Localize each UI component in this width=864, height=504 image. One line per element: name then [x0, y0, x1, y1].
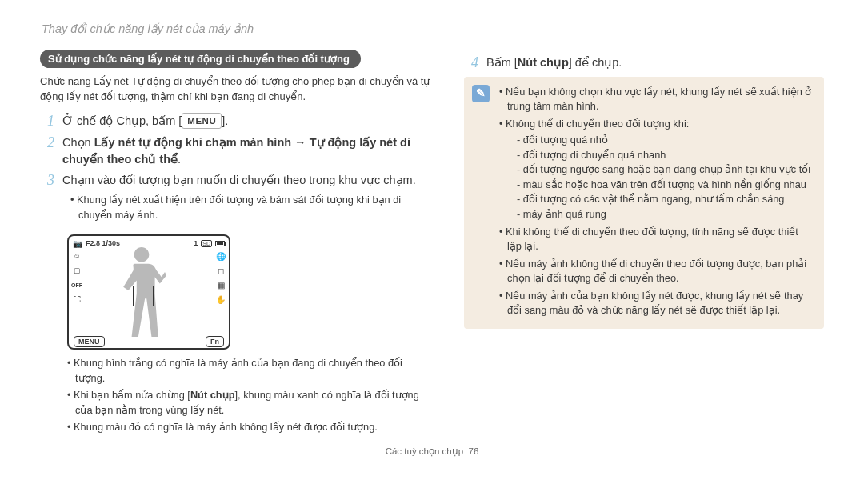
fn-softkey: Fn: [206, 336, 224, 347]
note-panel: ✎ Nếu bạn không chọn khu vực lấy nét, kh…: [464, 77, 824, 329]
step2-arrow: →: [291, 136, 310, 149]
note-subitem: màu sắc hoặc hoa văn trên đối tượng và h…: [517, 178, 813, 193]
step2-post: .: [178, 153, 181, 166]
step2-pre: Chọn: [62, 136, 94, 149]
after-bullet-1: Khung hình trắng có nghĩa là máy ảnh của…: [67, 356, 430, 386]
page-title: Thay đổi chức năng lấy nét của máy ảnh: [40, 22, 824, 35]
af-bracket-icon: ⛶: [71, 294, 82, 305]
step1-post: ].: [222, 114, 228, 127]
intro-text: Chức năng Lấy nét Tự động di chuyển theo…: [40, 74, 430, 105]
note-item: Nếu máy ảnh của bạn không lấy nét được, …: [499, 289, 813, 318]
menu-softkey: MENU: [74, 336, 105, 347]
step-number: 2: [40, 134, 54, 167]
step1-pre: Ở chế độ Chụp, bấm [: [62, 114, 182, 127]
sd-icon: SD: [201, 240, 212, 247]
note-subitem: đối tượng ngược sáng hoặc bạn đang chụp …: [517, 162, 813, 178]
note-subitem: máy ảnh quá rung: [517, 207, 813, 222]
section-heading: Sử dụng chức năng lấy nét tự động di chu…: [40, 50, 361, 68]
note-icon: ✎: [472, 85, 490, 102]
globe-icon: 🌐: [215, 250, 226, 262]
step-2: 2 Chọn Lấy nét tự động khi chạm màn hình…: [40, 134, 430, 167]
step3-text: Chạm vào đối tượng bạn muốn di chuyển th…: [62, 174, 416, 186]
step-number: 4: [464, 54, 478, 72]
hand-icon: ✋: [215, 294, 226, 305]
step-number: 1: [40, 113, 54, 130]
frame-count: 1: [194, 239, 198, 247]
off-icon: OFF: [71, 279, 82, 290]
after-bullet-3: Khung màu đỏ có nghĩa là máy ảnh không l…: [67, 420, 430, 435]
exposure-readout: F2.8 1/30s: [86, 239, 120, 247]
note-item: Không thể di chuyển theo đối tượng khi: …: [499, 117, 813, 222]
note-subitem: đối tượng quá nhỏ: [517, 133, 813, 148]
note-item: Nếu máy ảnh không thể di chuyển theo đối…: [499, 257, 813, 286]
single-icon: ▢: [71, 265, 82, 276]
step3-bullet: Khung lấy nét xuất hiện trên đối tượng v…: [70, 193, 430, 222]
column-right: 4 Bấm [Nút chụp] để chụp. ✎ Nếu bạn khôn…: [464, 50, 824, 438]
note-item: Khi không thể di chuyển theo đối tượng, …: [499, 225, 813, 254]
step-1: 1 Ở chế độ Chụp, bấm [MENU].: [40, 113, 430, 130]
step-number: 3: [40, 172, 54, 225]
page-footer: Các tuỳ chọn chụp 76: [40, 446, 824, 457]
step4-post: ] để chụp.: [569, 56, 622, 69]
focus-frame: [133, 286, 154, 306]
square-icon: ◻: [215, 265, 226, 276]
face-icon: ☺: [71, 250, 82, 262]
step2-bold1: Lấy nét tự động khi chạm màn hình: [94, 136, 291, 149]
battery-icon: [215, 241, 225, 246]
menu-key-icon: MENU: [182, 113, 222, 129]
step4-bold: Nút chụp: [518, 56, 569, 69]
note-subitem: đối tượng di chuyển quá nhanh: [517, 148, 813, 163]
column-left: Sử dụng chức năng lấy nét tự động di chu…: [40, 50, 430, 438]
camera-icon: 📷: [73, 239, 82, 248]
note-item: Nếu bạn không chọn khu vực lấy nét, khun…: [499, 85, 813, 114]
step-3: 3 Chạm vào đối tượng bạn muốn di chuyển …: [40, 172, 430, 225]
grid-icon: ▦: [215, 279, 226, 290]
step4-pre: Bấm [: [486, 56, 518, 69]
after-bullet-2: Khi bạn bấm nửa chừng [Nút chụp], khung …: [67, 388, 430, 418]
camera-lcd-illustration: 📷 F2.8 1/30s 1 SD ☺ ▢ OFF ⛶ 🌐 ◻ ▦ ✋: [67, 234, 230, 350]
note-subitem: đối tượng có các vật thể nằm ngang, như …: [517, 192, 813, 207]
step-4: 4 Bấm [Nút chụp] để chụp.: [464, 54, 824, 72]
